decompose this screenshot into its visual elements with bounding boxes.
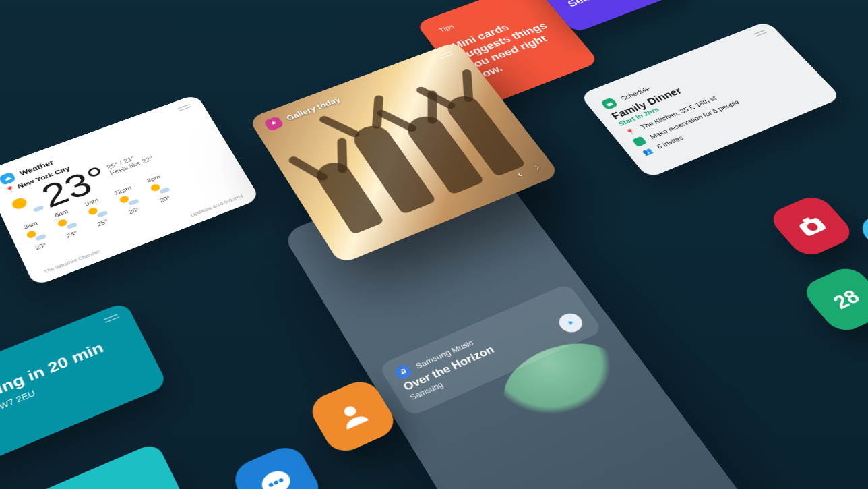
drag-handle-icon[interactable] <box>104 314 119 320</box>
scene: Samsung Music Over the Horizon Samsung W… <box>0 0 868 489</box>
music-app-label: Samsung Music <box>414 338 475 370</box>
music-card[interactable]: Samsung Music Over the Horizon Samsung <box>378 283 604 418</box>
isometric-stage: Samsung Music Over the Horizon Samsung W… <box>0 0 868 489</box>
meeting-title: Kickoff meeting in 20 min <box>0 330 128 442</box>
hour-4: 3pm20° <box>145 173 173 204</box>
hour-3: 12pm26° <box>113 185 144 217</box>
hour-0: 3am23° <box>22 220 49 252</box>
task-icon <box>631 136 647 147</box>
camera-app-icon[interactable] <box>766 192 857 260</box>
gallery-title: Gallery today <box>285 96 342 122</box>
play-button[interactable] <box>555 310 586 335</box>
messages-app-icon[interactable] <box>228 442 326 489</box>
hour-1: 6am24° <box>53 208 80 240</box>
drag-handle-icon[interactable] <box>753 30 765 34</box>
weather-source: The Weather Channel <box>43 249 100 275</box>
music-icon <box>393 364 414 380</box>
gallery-prev-icon[interactable]: ‹ <box>514 169 525 179</box>
paraglider-graphic <box>487 328 635 434</box>
gallery-icon <box>264 116 284 132</box>
weather-card[interactable]: Weather 📍 New York City 23° 25° / 21° Fe… <box>0 94 260 287</box>
hour-2: 9am25° <box>83 197 111 229</box>
music-song: Over the Horizon <box>401 307 581 393</box>
weather-app-icon <box>0 171 16 185</box>
people-icon: 👥 <box>640 147 654 156</box>
gallery-next-icon[interactable]: › <box>532 162 542 173</box>
calendar-app-icon[interactable]: 28 <box>799 264 868 336</box>
svg-rect-6 <box>798 217 827 237</box>
music-artist: Samsung <box>408 318 586 401</box>
calendar-icon <box>600 97 619 110</box>
contacts-app-icon[interactable] <box>305 376 400 457</box>
tip-text: Add Bixby Home to the Home screen in Set… <box>541 0 644 9</box>
pin-icon: 📍 <box>624 127 638 137</box>
calendar-day: 28 <box>828 285 864 313</box>
weather-updated: Updated 4/10 9:00PM <box>190 194 245 218</box>
svg-point-5 <box>342 405 358 418</box>
schedule-card[interactable]: Schedule Family Dinner Start in 2hrs 📍Th… <box>580 21 842 179</box>
teal-card[interactable] <box>0 442 213 489</box>
drag-handle-icon[interactable] <box>439 51 452 57</box>
current-weather-icon <box>10 192 43 219</box>
weather-app-icon[interactable] <box>855 202 868 270</box>
